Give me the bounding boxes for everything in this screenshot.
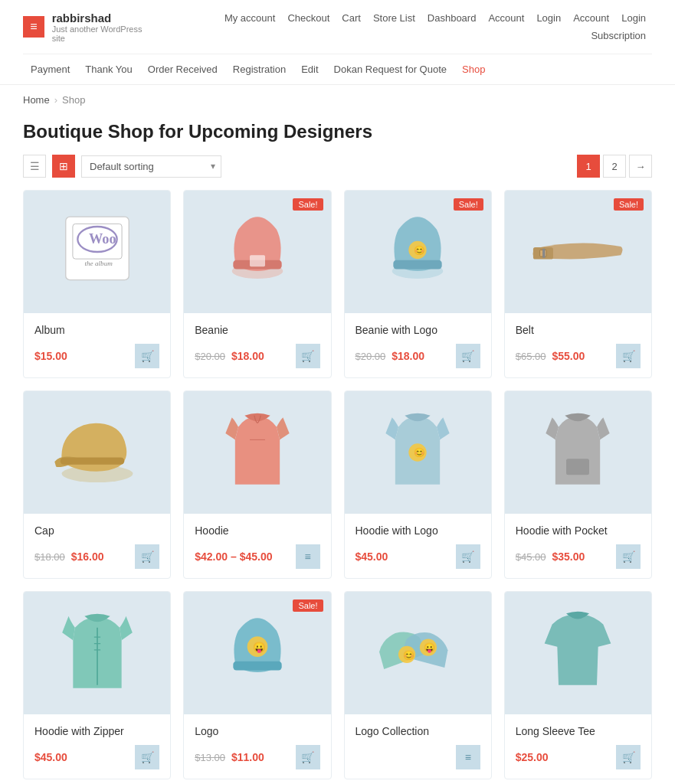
price-original-cap: $18.00 <box>34 551 65 563</box>
nav-account-2[interactable]: Account <box>567 9 615 27</box>
sort-select[interactable]: Default sorting Sort by popularity Sort … <box>81 155 221 178</box>
product-image-hoodie-logo: 😊 <box>345 391 491 514</box>
header: ≡ rabbirshad Just another WordPress site… <box>0 0 675 85</box>
product-footer-belt: $65.00 $55.00 🛒 <box>516 344 641 368</box>
nav-cart[interactable]: Cart <box>336 9 367 27</box>
product-footer-hoodie: $42.00 – $45.00 ≡ <box>195 544 319 569</box>
breadcrumb: Home › Shop <box>0 85 675 115</box>
logo-text: rabbirshad Just another WordPress site <box>52 11 156 43</box>
breadcrumb-home[interactable]: Home <box>23 94 50 106</box>
price-album: $15.00 <box>34 350 67 362</box>
product-info-logo-collection: Logo Collection ≡ <box>345 714 491 779</box>
nav-dashboard[interactable]: Dashboard <box>421 9 483 27</box>
product-name-belt: Belt <box>516 324 641 336</box>
nav-registration[interactable]: Registration <box>225 60 293 78</box>
product-footer-logo-collection: ≡ <box>356 745 480 769</box>
sale-badge-beanie-logo: Sale! <box>454 198 483 211</box>
svg-text:the album: the album <box>84 260 113 267</box>
add-to-cart-logo[interactable]: 🛒 <box>296 745 320 769</box>
product-footer-beanie: $20.00 $18.00 🛒 <box>195 344 319 368</box>
price-sale-hoodie-pocket: $35.00 <box>552 550 585 563</box>
products-grid: Woo the album Album $15.00 🛒 Sale! Beani… <box>0 190 675 779</box>
nav-subscription[interactable]: Subscription <box>585 27 652 44</box>
product-name-logo-collection: Logo Collection <box>356 725 480 737</box>
product-info-hoodie-zipper: Hoodie with Zipper $45.00 🛒 <box>24 714 170 779</box>
product-logo: Sale! 😛 Logo $13.00 $11.00 🛒 <box>183 591 331 779</box>
product-info-hoodie-pocket: Hoodie with Pocket $45.00 $35.00 🛒 <box>505 514 651 578</box>
add-to-cart-belt[interactable]: 🛒 <box>616 344 641 368</box>
price-sale-cap: $16.00 <box>71 550 104 563</box>
site-name: rabbirshad <box>52 11 156 24</box>
list-view-button[interactable]: ☰ <box>23 155 46 178</box>
add-to-cart-hoodie[interactable]: ≡ <box>296 544 320 569</box>
nav-payment[interactable]: Payment <box>23 60 77 78</box>
nav-login-1[interactable]: Login <box>530 9 567 27</box>
svg-rect-7 <box>250 255 265 266</box>
nav-edit[interactable]: Edit <box>293 60 326 78</box>
product-info-hoodie: Hoodie $42.00 – $45.00 ≡ <box>184 514 330 578</box>
page-btn-2[interactable]: 2 <box>603 155 626 178</box>
product-image-hoodie-zipper <box>24 592 170 714</box>
nav-account-1[interactable]: Account <box>482 9 530 27</box>
nav-thank-you[interactable]: Thank You <box>77 60 139 78</box>
svg-rect-27 <box>233 662 281 671</box>
product-image-logo-collection: 😊 😛 <box>345 592 491 714</box>
product-price-cap: $18.00 $16.00 <box>34 550 104 563</box>
page-title: Boutique Shop for Upcoming Designers <box>0 115 675 155</box>
product-price-hoodie-pocket: $45.00 $35.00 <box>516 550 585 563</box>
add-to-cart-beanie[interactable]: 🛒 <box>296 344 320 368</box>
price-sale-beanie: $18.00 <box>231 350 264 362</box>
price-original-beanie-logo: $20.00 <box>356 351 386 362</box>
product-name-beanie-logo: Beanie with Logo <box>356 324 480 336</box>
pagination-top: 1 2 → <box>577 155 652 178</box>
add-to-cart-hoodie-logo[interactable]: 🛒 <box>456 544 480 569</box>
product-beanie-logo: Sale! 😊 Beanie with Logo $20.00 $18.00 🛒 <box>344 190 492 378</box>
price-sale-logo: $11.00 <box>231 751 264 763</box>
svg-text:😊: 😊 <box>403 649 415 661</box>
add-to-cart-cap[interactable]: 🛒 <box>135 544 159 569</box>
secondary-nav: Payment Thank You Order Received Registr… <box>23 54 652 84</box>
add-to-cart-hoodie-pocket[interactable]: 🛒 <box>616 544 641 569</box>
product-footer-hoodie-pocket: $45.00 $35.00 🛒 <box>516 544 641 569</box>
product-cap: Cap $18.00 $16.00 🛒 <box>23 390 171 579</box>
page-btn-1[interactable]: 1 <box>577 155 600 178</box>
svg-text:😛: 😛 <box>253 641 266 654</box>
product-hoodie: Hoodie $42.00 – $45.00 ≡ <box>183 390 331 579</box>
product-footer-beanie-logo: $20.00 $18.00 🛒 <box>356 344 480 368</box>
add-to-cart-logo-collection[interactable]: ≡ <box>456 745 480 769</box>
price-original-beanie: $20.00 <box>195 351 225 362</box>
nav-store-list[interactable]: Store List <box>367 9 421 27</box>
price-original-logo: $13.00 <box>195 752 225 763</box>
nav-checkout[interactable]: Checkout <box>281 9 336 27</box>
nav-my-account[interactable]: My account <box>218 9 281 27</box>
svg-rect-14 <box>542 249 545 258</box>
product-footer-cap: $18.00 $16.00 🛒 <box>34 544 159 569</box>
sort-wrapper: Default sorting Sort by popularity Sort … <box>81 155 221 178</box>
product-footer-logo: $13.00 $11.00 🛒 <box>195 745 319 769</box>
product-beanie: Sale! Beanie $20.00 $18.00 🛒 <box>183 190 331 378</box>
add-to-cart-album[interactable]: 🛒 <box>135 344 159 368</box>
breadcrumb-current: Shop <box>62 94 85 106</box>
grid-view-button[interactable]: ⊞ <box>52 155 75 178</box>
page-btn-next[interactable]: → <box>629 155 652 178</box>
product-image-beanie: Sale! <box>184 191 330 313</box>
product-info-hoodie-logo: Hoodie with Logo $45.00 🛒 <box>345 514 491 578</box>
nav-dokan[interactable]: Dokan Request for Quote <box>326 60 454 78</box>
sale-badge-logo: Sale! <box>293 599 323 612</box>
logo-symbol: ≡ <box>30 20 37 34</box>
product-name-album: Album <box>34 324 159 336</box>
nav-shop[interactable]: Shop <box>454 60 493 78</box>
add-to-cart-long-sleeve-tee[interactable]: 🛒 <box>616 745 641 769</box>
add-to-cart-hoodie-zipper[interactable]: 🛒 <box>135 745 159 769</box>
pagination-bottom: 1 2 → <box>0 779 675 784</box>
product-price-beanie-logo: $20.00 $18.00 <box>356 350 425 362</box>
logo-icon: ≡ <box>23 16 44 38</box>
product-album: Woo the album Album $15.00 🛒 <box>23 190 171 378</box>
breadcrumb-separator: › <box>54 94 57 106</box>
nav-order-received[interactable]: Order Received <box>140 60 225 78</box>
product-footer-hoodie-zipper: $45.00 🛒 <box>34 745 159 769</box>
product-info-album: Album $15.00 🛒 <box>24 313 170 377</box>
add-to-cart-beanie-logo[interactable]: 🛒 <box>456 344 480 368</box>
nav-login-2[interactable]: Login <box>615 9 652 27</box>
price-hoodie: $42.00 – $45.00 <box>195 550 272 563</box>
